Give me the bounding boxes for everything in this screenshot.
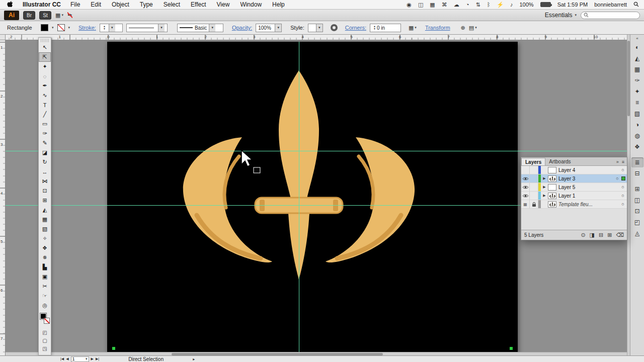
scale-tool[interactable]: ↔ [39, 167, 51, 176]
menu-object[interactable]: Object [112, 1, 129, 8]
next-artboard-icon[interactable]: ▶ [91, 357, 94, 361]
rotate-tool[interactable]: ↻ [39, 157, 51, 167]
locate-object-icon[interactable]: ⊙ [581, 232, 585, 238]
layer-thumbnail[interactable] [548, 167, 556, 173]
lock-toggle[interactable] [530, 174, 538, 183]
status-options-icon[interactable]: ▸ [193, 357, 195, 361]
selection-tool[interactable]: ↖ [39, 43, 51, 52]
paintbrush-tool[interactable]: ✑ [39, 129, 51, 138]
zoom-tool[interactable]: ◎ [39, 301, 51, 310]
lock-toggle[interactable] [530, 183, 538, 191]
magic-wand-tool[interactable]: ✦ [39, 62, 51, 71]
template-icon[interactable]: ▦ [521, 200, 530, 208]
menubar-status-icon-3[interactable]: ▦ [430, 2, 435, 8]
menubar-status-icon-8[interactable]: ᛒ [487, 2, 491, 8]
menu-edit[interactable]: Edit [91, 1, 101, 8]
layer-row-2[interactable]: ▶Layer 3○ [521, 174, 627, 183]
brushes-panel-icon[interactable]: ✑ [631, 75, 643, 85]
color-panel-icon[interactable]: ◐ [631, 42, 643, 52]
opacity-link[interactable]: Opacity: [232, 25, 252, 31]
layer-target[interactable]: ○ [613, 176, 621, 181]
layer-target[interactable]: ○ [619, 202, 627, 207]
stroke-color-swatch[interactable] [44, 318, 50, 324]
stroke-panel-icon[interactable]: ≡ [631, 98, 643, 108]
layer-thumbnail[interactable] [548, 201, 556, 208]
menubar-status-icon-5[interactable]: ☁ [454, 2, 459, 8]
tab-layers[interactable]: Layers [521, 158, 545, 165]
more-options-icon[interactable]: ▤▾ [469, 25, 477, 31]
visibility-toggle[interactable] [521, 192, 530, 200]
column-graph-tool[interactable]: ▙ [39, 262, 51, 272]
new-layer-icon[interactable]: ⊞ [607, 232, 612, 238]
curvature-tool[interactable]: ∿ [39, 90, 51, 100]
artboard-tool[interactable]: ▣ [39, 272, 51, 282]
menubar-status-icon-10[interactable]: ♪ [510, 2, 513, 8]
align-glyphs-icon[interactable]: ▦▾ [409, 25, 417, 31]
symbols-panel-icon[interactable]: ✦ [631, 86, 643, 97]
corners-input[interactable]: ▲▼0 in [370, 24, 401, 32]
layer-thumbnail[interactable] [548, 175, 556, 182]
corners-link[interactable]: Corners: [345, 25, 366, 31]
isolate-icon[interactable]: ⊕ [461, 25, 465, 31]
menubar-status-icon-7[interactable]: ⇅ [475, 2, 480, 8]
artboards-panel-dock-icon[interactable]: ⊟ [631, 168, 643, 178]
layer-thumbnail[interactable] [548, 193, 556, 199]
layer-target[interactable]: ○ [619, 193, 627, 198]
symbol-sprayer-tool[interactable]: ✵ [39, 253, 51, 262]
disclosure-triangle[interactable]: ▶ [541, 176, 548, 180]
fleur-de-lis-artwork[interactable] [107, 42, 518, 354]
stock-button[interactable]: St [39, 11, 51, 20]
appearance-panel-icon[interactable]: ◍ [631, 131, 643, 141]
direct-selection-tool[interactable]: ⇱ [39, 52, 51, 62]
panel-collapse-icon[interactable]: » [616, 159, 619, 164]
layer-name[interactable]: Template fleu... [558, 202, 619, 207]
ruler-corner[interactable] [0, 35, 6, 40]
new-sublayer-icon[interactable]: ⊟ [599, 232, 603, 238]
layer-row-5[interactable]: ▦Template fleu...○ [521, 200, 627, 209]
apple-menu-icon[interactable] [7, 1, 13, 9]
layer-thumbnail[interactable] [548, 184, 556, 191]
color-guide-panel-icon[interactable]: ◭ [631, 53, 643, 63]
type-tool[interactable]: T [39, 100, 51, 110]
shape-builder-tool[interactable]: ⊞ [39, 196, 51, 205]
delete-layer-icon[interactable]: ⌫ [616, 232, 624, 238]
bridge-button[interactable]: Br [23, 11, 35, 20]
width-tool[interactable]: ⋈ [39, 176, 51, 186]
gradient-panel-icon[interactable]: ▧ [631, 109, 643, 119]
visibility-toggle[interactable] [521, 166, 530, 174]
menubar-clock[interactable]: Sat 1:59 PM [557, 2, 588, 8]
menubar-status-icon-2[interactable]: ◫ [418, 2, 423, 8]
blend-tool[interactable]: ❖ [39, 243, 51, 253]
stroke-link[interactable]: Stroke: [78, 25, 96, 31]
draw-behind-mode-button[interactable]: ▢ [39, 336, 51, 344]
menu-file[interactable]: File [70, 1, 80, 8]
opacity-input[interactable]: 100%▾ [256, 24, 282, 32]
perspective-grid-tool[interactable]: ◭ [39, 205, 51, 215]
menu-type[interactable]: Type [140, 1, 153, 8]
info-panel-icon[interactable]: ◬ [631, 228, 643, 238]
style-select[interactable]: ▾ [308, 24, 323, 32]
dock-expand-icon[interactable]: « [636, 36, 638, 42]
pathfinder-panel-icon[interactable]: ◫ [631, 195, 643, 205]
panel-menu-icon[interactable]: ≡ [622, 159, 624, 164]
mesh-tool[interactable]: ▦ [39, 215, 51, 224]
toolbar-drag-handle[interactable] [41, 39, 49, 42]
layers-panel-dock-icon[interactable]: ≣ [631, 157, 643, 167]
layer-target[interactable]: ○ [619, 185, 627, 190]
stroke-profile-select[interactable]: ▾ [126, 24, 168, 32]
layer-row-1[interactable]: Layer 4○ [521, 166, 627, 174]
menubar-status-icon-4[interactable]: ⌘ [442, 2, 447, 8]
graphic-styles-panel-icon[interactable]: ❖ [631, 142, 643, 152]
menu-help[interactable]: Help [272, 1, 285, 8]
menubar-status-icon-6[interactable]: ◔ [466, 2, 469, 8]
menubar-username[interactable]: bonniebarrett [594, 2, 627, 8]
arrange-documents-button[interactable]: ▦▾ [55, 12, 63, 19]
slice-tool[interactable]: ✂ [39, 282, 51, 291]
artboard[interactable] [107, 42, 518, 354]
navigator-panel-icon[interactable]: ◰ [631, 217, 643, 227]
align-panel-icon[interactable]: ⊞ [631, 184, 643, 194]
app-search-input[interactable] [581, 12, 640, 19]
screen-mode-button[interactable]: ◳ [39, 344, 51, 352]
visibility-toggle[interactable] [521, 174, 530, 183]
menubar-status-icon-1[interactable]: ◉ [407, 2, 412, 8]
